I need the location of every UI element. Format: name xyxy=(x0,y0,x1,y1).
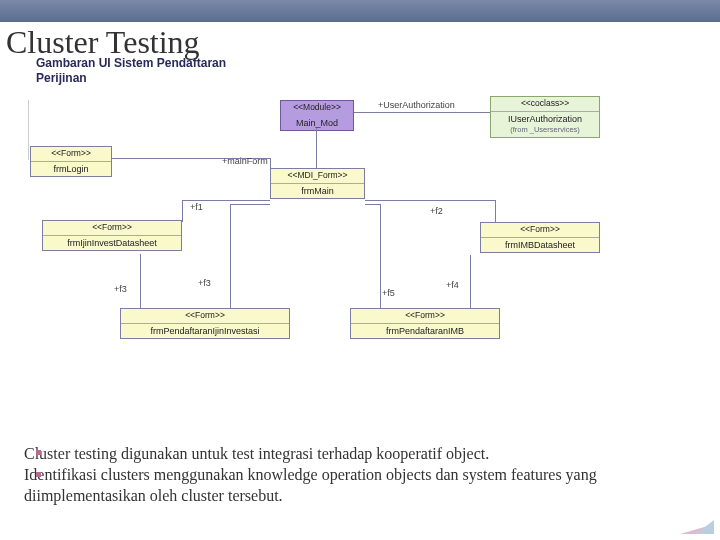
edge xyxy=(354,112,490,113)
box-iuserauth: <<coclass>> IUserAuthorization (from _Us… xyxy=(490,96,600,138)
box-frmimbds: <<Form>> frmIMBDatasheet xyxy=(480,222,600,253)
stereotype: <<Module>> xyxy=(281,101,353,116)
box-frmijininvest: <<Form>> frmIjinInvestDatasheet xyxy=(42,220,182,251)
box-frmpendimb: <<Form>> frmPendaftaranIMB xyxy=(350,308,500,339)
label-f4: +f4 xyxy=(446,280,459,290)
edge xyxy=(140,254,141,308)
box-frmmain: <<MDI_Form>> frmMain xyxy=(270,168,365,199)
edge xyxy=(230,204,231,308)
label-userauth: +UserAuthorization xyxy=(378,100,455,110)
edge xyxy=(182,200,183,222)
class-name: frmIMBDatasheet xyxy=(481,238,599,252)
stereotype: <<Form>> xyxy=(481,223,599,238)
bullet-icon xyxy=(36,472,41,477)
from-note: (from _Userservices) xyxy=(491,126,599,137)
class-name: frmPendaftaranIjinInvestasi xyxy=(121,324,289,338)
box-frmpendijin: <<Form>> frmPendaftaranIjinInvestasi xyxy=(120,308,290,339)
label-f3a: +f3 xyxy=(114,284,127,294)
label-mainform: +mainForm xyxy=(222,156,268,166)
corner-decoration xyxy=(674,502,714,534)
title-bar xyxy=(0,0,720,22)
box-frmlogin: <<Form>> frmLogin xyxy=(30,146,112,177)
edge xyxy=(230,204,270,205)
class-name: frmMain xyxy=(271,184,364,198)
class-name: frmPendaftaranIMB xyxy=(351,324,499,338)
paragraph-2: Identifikasi clusters menggunakan knowle… xyxy=(24,465,684,507)
class-name: frmIjinInvestDatasheet xyxy=(43,236,181,250)
edge xyxy=(365,204,380,205)
paragraph-1: Cluster testing digunakan untuk test int… xyxy=(24,444,684,465)
label-f5: +f5 xyxy=(382,288,395,298)
body-copy: Cluster testing digunakan untuk test int… xyxy=(24,444,684,506)
edge xyxy=(380,204,381,308)
edge xyxy=(182,200,270,201)
class-name: IUserAuthorization xyxy=(491,112,599,126)
stereotype: <<Form>> xyxy=(351,309,499,324)
edge xyxy=(365,200,495,201)
box-main-mod: <<Module>> Main_Mod xyxy=(280,100,354,131)
edge xyxy=(470,255,471,308)
label-f3b: +f3 xyxy=(198,278,211,288)
stereotype: <<Form>> xyxy=(43,221,181,236)
stereotype: <<Form>> xyxy=(121,309,289,324)
uml-diagram: <<Module>> Main_Mod <<coclass>> IUserAut… xyxy=(30,60,640,390)
bullet-icon xyxy=(36,450,41,455)
stereotype: <<MDI_Form>> xyxy=(271,169,364,184)
edge xyxy=(316,128,317,168)
edge xyxy=(270,158,271,180)
class-name: Main_Mod xyxy=(281,116,353,130)
edge xyxy=(495,200,496,222)
stereotype: <<coclass>> xyxy=(491,97,599,112)
label-f2: +f2 xyxy=(430,206,443,216)
stereotype: <<Form>> xyxy=(31,147,111,162)
group-border xyxy=(28,100,29,160)
label-f1: +f1 xyxy=(190,202,203,212)
class-name: frmLogin xyxy=(31,162,111,176)
